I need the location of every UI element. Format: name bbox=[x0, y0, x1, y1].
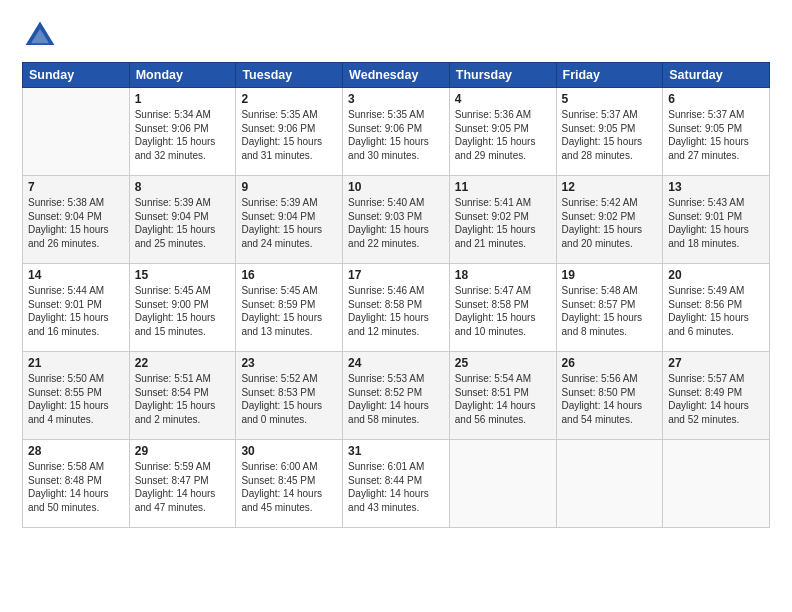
calendar-day-cell: 21Sunrise: 5:50 AM Sunset: 8:55 PM Dayli… bbox=[23, 352, 130, 440]
day-number: 2 bbox=[241, 92, 337, 106]
day-number: 24 bbox=[348, 356, 444, 370]
day-number: 16 bbox=[241, 268, 337, 282]
day-info: Sunrise: 5:38 AM Sunset: 9:04 PM Dayligh… bbox=[28, 196, 124, 250]
calendar-day-cell: 9Sunrise: 5:39 AM Sunset: 9:04 PM Daylig… bbox=[236, 176, 343, 264]
day-number: 15 bbox=[135, 268, 231, 282]
calendar-day-cell: 7Sunrise: 5:38 AM Sunset: 9:04 PM Daylig… bbox=[23, 176, 130, 264]
day-info: Sunrise: 5:57 AM Sunset: 8:49 PM Dayligh… bbox=[668, 372, 764, 426]
calendar-day-cell: 2Sunrise: 5:35 AM Sunset: 9:06 PM Daylig… bbox=[236, 88, 343, 176]
day-number: 5 bbox=[562, 92, 658, 106]
calendar-day-cell: 11Sunrise: 5:41 AM Sunset: 9:02 PM Dayli… bbox=[449, 176, 556, 264]
day-number: 9 bbox=[241, 180, 337, 194]
calendar-day-cell: 1Sunrise: 5:34 AM Sunset: 9:06 PM Daylig… bbox=[129, 88, 236, 176]
weekday-header-monday: Monday bbox=[129, 63, 236, 88]
calendar-week-row: 28Sunrise: 5:58 AM Sunset: 8:48 PM Dayli… bbox=[23, 440, 770, 528]
day-number: 10 bbox=[348, 180, 444, 194]
day-number: 20 bbox=[668, 268, 764, 282]
calendar-day-cell: 23Sunrise: 5:52 AM Sunset: 8:53 PM Dayli… bbox=[236, 352, 343, 440]
calendar-day-cell bbox=[556, 440, 663, 528]
calendar-day-cell: 19Sunrise: 5:48 AM Sunset: 8:57 PM Dayli… bbox=[556, 264, 663, 352]
day-info: Sunrise: 5:49 AM Sunset: 8:56 PM Dayligh… bbox=[668, 284, 764, 338]
day-info: Sunrise: 6:00 AM Sunset: 8:45 PM Dayligh… bbox=[241, 460, 337, 514]
calendar-day-cell: 17Sunrise: 5:46 AM Sunset: 8:58 PM Dayli… bbox=[343, 264, 450, 352]
day-number: 25 bbox=[455, 356, 551, 370]
day-info: Sunrise: 5:42 AM Sunset: 9:02 PM Dayligh… bbox=[562, 196, 658, 250]
calendar-week-row: 14Sunrise: 5:44 AM Sunset: 9:01 PM Dayli… bbox=[23, 264, 770, 352]
calendar-week-row: 21Sunrise: 5:50 AM Sunset: 8:55 PM Dayli… bbox=[23, 352, 770, 440]
logo bbox=[22, 18, 62, 54]
day-number: 30 bbox=[241, 444, 337, 458]
day-number: 6 bbox=[668, 92, 764, 106]
day-info: Sunrise: 5:40 AM Sunset: 9:03 PM Dayligh… bbox=[348, 196, 444, 250]
day-info: Sunrise: 5:39 AM Sunset: 9:04 PM Dayligh… bbox=[135, 196, 231, 250]
day-info: Sunrise: 5:46 AM Sunset: 8:58 PM Dayligh… bbox=[348, 284, 444, 338]
day-number: 29 bbox=[135, 444, 231, 458]
day-number: 17 bbox=[348, 268, 444, 282]
day-info: Sunrise: 5:35 AM Sunset: 9:06 PM Dayligh… bbox=[348, 108, 444, 162]
day-number: 4 bbox=[455, 92, 551, 106]
day-number: 7 bbox=[28, 180, 124, 194]
calendar-day-cell: 31Sunrise: 6:01 AM Sunset: 8:44 PM Dayli… bbox=[343, 440, 450, 528]
day-info: Sunrise: 5:35 AM Sunset: 9:06 PM Dayligh… bbox=[241, 108, 337, 162]
calendar-day-cell bbox=[449, 440, 556, 528]
calendar-day-cell: 20Sunrise: 5:49 AM Sunset: 8:56 PM Dayli… bbox=[663, 264, 770, 352]
day-info: Sunrise: 5:34 AM Sunset: 9:06 PM Dayligh… bbox=[135, 108, 231, 162]
calendar-day-cell: 18Sunrise: 5:47 AM Sunset: 8:58 PM Dayli… bbox=[449, 264, 556, 352]
day-info: Sunrise: 5:59 AM Sunset: 8:47 PM Dayligh… bbox=[135, 460, 231, 514]
day-info: Sunrise: 5:37 AM Sunset: 9:05 PM Dayligh… bbox=[668, 108, 764, 162]
weekday-header-friday: Friday bbox=[556, 63, 663, 88]
calendar-day-cell: 22Sunrise: 5:51 AM Sunset: 8:54 PM Dayli… bbox=[129, 352, 236, 440]
day-number: 13 bbox=[668, 180, 764, 194]
weekday-header-sunday: Sunday bbox=[23, 63, 130, 88]
day-number: 28 bbox=[28, 444, 124, 458]
calendar-day-cell: 15Sunrise: 5:45 AM Sunset: 9:00 PM Dayli… bbox=[129, 264, 236, 352]
calendar-week-row: 1Sunrise: 5:34 AM Sunset: 9:06 PM Daylig… bbox=[23, 88, 770, 176]
day-info: Sunrise: 5:39 AM Sunset: 9:04 PM Dayligh… bbox=[241, 196, 337, 250]
day-info: Sunrise: 5:54 AM Sunset: 8:51 PM Dayligh… bbox=[455, 372, 551, 426]
calendar-day-cell: 28Sunrise: 5:58 AM Sunset: 8:48 PM Dayli… bbox=[23, 440, 130, 528]
day-number: 11 bbox=[455, 180, 551, 194]
day-info: Sunrise: 5:36 AM Sunset: 9:05 PM Dayligh… bbox=[455, 108, 551, 162]
day-number: 21 bbox=[28, 356, 124, 370]
calendar-day-cell: 13Sunrise: 5:43 AM Sunset: 9:01 PM Dayli… bbox=[663, 176, 770, 264]
calendar-header-row: SundayMondayTuesdayWednesdayThursdayFrid… bbox=[23, 63, 770, 88]
weekday-header-thursday: Thursday bbox=[449, 63, 556, 88]
calendar-day-cell: 26Sunrise: 5:56 AM Sunset: 8:50 PM Dayli… bbox=[556, 352, 663, 440]
calendar-day-cell: 25Sunrise: 5:54 AM Sunset: 8:51 PM Dayli… bbox=[449, 352, 556, 440]
day-number: 31 bbox=[348, 444, 444, 458]
day-info: Sunrise: 5:41 AM Sunset: 9:02 PM Dayligh… bbox=[455, 196, 551, 250]
day-number: 22 bbox=[135, 356, 231, 370]
day-number: 8 bbox=[135, 180, 231, 194]
day-number: 26 bbox=[562, 356, 658, 370]
day-info: Sunrise: 5:47 AM Sunset: 8:58 PM Dayligh… bbox=[455, 284, 551, 338]
calendar-day-cell: 30Sunrise: 6:00 AM Sunset: 8:45 PM Dayli… bbox=[236, 440, 343, 528]
day-number: 27 bbox=[668, 356, 764, 370]
logo-icon bbox=[22, 18, 58, 54]
day-info: Sunrise: 5:45 AM Sunset: 9:00 PM Dayligh… bbox=[135, 284, 231, 338]
day-info: Sunrise: 5:53 AM Sunset: 8:52 PM Dayligh… bbox=[348, 372, 444, 426]
weekday-header-tuesday: Tuesday bbox=[236, 63, 343, 88]
calendar-day-cell: 6Sunrise: 5:37 AM Sunset: 9:05 PM Daylig… bbox=[663, 88, 770, 176]
day-number: 14 bbox=[28, 268, 124, 282]
day-info: Sunrise: 5:52 AM Sunset: 8:53 PM Dayligh… bbox=[241, 372, 337, 426]
calendar-day-cell bbox=[23, 88, 130, 176]
calendar-day-cell: 12Sunrise: 5:42 AM Sunset: 9:02 PM Dayli… bbox=[556, 176, 663, 264]
day-info: Sunrise: 5:58 AM Sunset: 8:48 PM Dayligh… bbox=[28, 460, 124, 514]
day-info: Sunrise: 5:45 AM Sunset: 8:59 PM Dayligh… bbox=[241, 284, 337, 338]
calendar-day-cell: 5Sunrise: 5:37 AM Sunset: 9:05 PM Daylig… bbox=[556, 88, 663, 176]
day-number: 12 bbox=[562, 180, 658, 194]
day-number: 1 bbox=[135, 92, 231, 106]
calendar-day-cell bbox=[663, 440, 770, 528]
day-number: 19 bbox=[562, 268, 658, 282]
calendar-day-cell: 4Sunrise: 5:36 AM Sunset: 9:05 PM Daylig… bbox=[449, 88, 556, 176]
day-info: Sunrise: 5:43 AM Sunset: 9:01 PM Dayligh… bbox=[668, 196, 764, 250]
day-info: Sunrise: 5:56 AM Sunset: 8:50 PM Dayligh… bbox=[562, 372, 658, 426]
calendar-day-cell: 16Sunrise: 5:45 AM Sunset: 8:59 PM Dayli… bbox=[236, 264, 343, 352]
calendar-day-cell: 24Sunrise: 5:53 AM Sunset: 8:52 PM Dayli… bbox=[343, 352, 450, 440]
day-info: Sunrise: 5:51 AM Sunset: 8:54 PM Dayligh… bbox=[135, 372, 231, 426]
calendar-table: SundayMondayTuesdayWednesdayThursdayFrid… bbox=[22, 62, 770, 528]
calendar-day-cell: 14Sunrise: 5:44 AM Sunset: 9:01 PM Dayli… bbox=[23, 264, 130, 352]
day-info: Sunrise: 5:44 AM Sunset: 9:01 PM Dayligh… bbox=[28, 284, 124, 338]
calendar-day-cell: 10Sunrise: 5:40 AM Sunset: 9:03 PM Dayli… bbox=[343, 176, 450, 264]
calendar-day-cell: 8Sunrise: 5:39 AM Sunset: 9:04 PM Daylig… bbox=[129, 176, 236, 264]
